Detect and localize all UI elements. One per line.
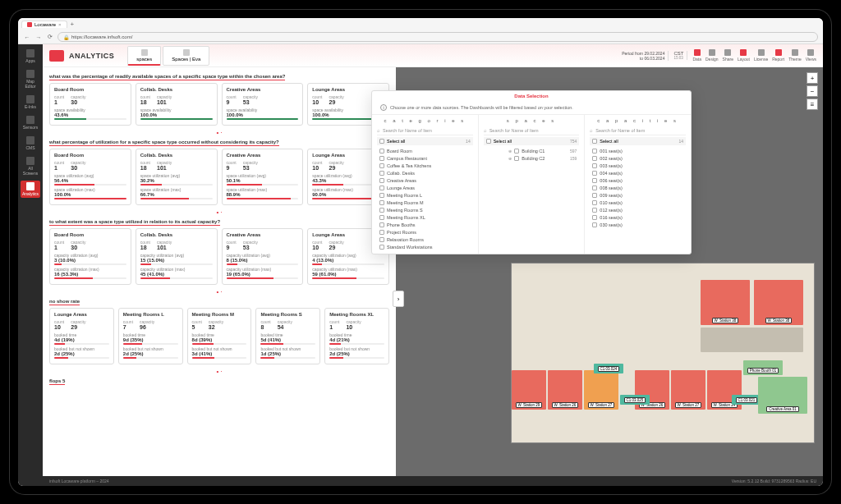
header-action-views[interactable]: Views [806, 49, 816, 62]
list-item[interactable]: 001 seat(s) [590, 147, 686, 154]
metric-card[interactable]: Board Roomcount1capacity30space availabi… [49, 83, 131, 126]
floor-room[interactable]: W. Station 27 [671, 370, 705, 410]
search-input[interactable]: Search for Name of Item [595, 128, 686, 133]
browser-tab[interactable]: Locaware × [21, 21, 67, 28]
floor-room[interactable]: C1.03.025 [620, 395, 650, 405]
checkbox[interactable] [379, 178, 384, 183]
pager-dots[interactable]: • · [49, 368, 389, 375]
tab-close-icon[interactable]: × [58, 22, 62, 27]
list-item[interactable]: 004 seat(s) [590, 169, 686, 176]
checkbox[interactable] [379, 149, 384, 153]
list-item[interactable]: Meeting Rooms M [377, 199, 473, 206]
search-row[interactable]: ⌕Search for Name of Item [484, 126, 580, 135]
checkbox[interactable] [592, 139, 597, 144]
metric-card[interactable]: Creative Areascount9capacity53capacity u… [222, 228, 304, 285]
new-tab-button[interactable]: + [71, 21, 75, 28]
period-display[interactable]: Period from 29.02.2024 to 06.03.2024 [622, 51, 669, 61]
list-item[interactable]: 030 seat(s) [590, 221, 686, 228]
forward-button[interactable]: → [34, 33, 43, 41]
floor-room[interactable]: W. Station 27 [584, 370, 618, 410]
checkbox[interactable] [592, 200, 597, 205]
list-item[interactable]: Project Rooms [377, 228, 473, 236]
header-action-theme[interactable]: Theme [788, 49, 802, 62]
list-item[interactable]: 006 seat(s) [590, 176, 686, 184]
floor-room[interactable]: Creative Area 01 [758, 377, 807, 414]
back-button[interactable]: ← [23, 33, 31, 41]
checkbox[interactable] [592, 215, 597, 220]
pager-dots[interactable]: • · [49, 129, 389, 136]
checkbox[interactable] [592, 193, 597, 198]
search-input[interactable]: Search for Name of Item [383, 128, 473, 133]
header-tab[interactable]: spaces [127, 46, 161, 66]
floor-room[interactable]: W. Station 29 [512, 370, 546, 410]
checkbox[interactable] [379, 245, 384, 250]
header-action-design[interactable]: Design [705, 49, 719, 62]
checkbox[interactable] [592, 178, 597, 183]
metric-card[interactable]: Meeting Rooms Mcount5capacity32booked ti… [187, 308, 252, 364]
checkbox[interactable] [514, 156, 519, 161]
list-item[interactable]: Phone Booths [377, 221, 473, 228]
rail-item-apps[interactable]: Apps [21, 48, 40, 65]
list-item[interactable]: Collab. Desks [377, 169, 473, 176]
checkbox[interactable] [592, 171, 597, 176]
select-all-row[interactable]: Select all14 [377, 137, 473, 145]
metric-card[interactable]: Meeting Rooms XLcount1capacity10booked t… [324, 308, 389, 364]
checkbox[interactable] [592, 163, 597, 168]
header-action-data[interactable]: Data [692, 49, 701, 62]
list-item[interactable]: Relaxation Rooms [377, 236, 473, 243]
checkbox[interactable] [379, 200, 384, 205]
floor-room[interactable]: W. Station 26 [548, 370, 582, 410]
header-action-layout[interactable]: Layout [738, 49, 750, 62]
list-item[interactable]: 016 seat(s) [590, 213, 686, 221]
rail-item-all-screens[interactable]: All Screens [21, 155, 40, 177]
checkbox[interactable] [379, 139, 384, 144]
floor-room[interactable]: C1.03.021 [732, 395, 761, 405]
expand-icon[interactable]: ⊕ [508, 156, 512, 161]
checkbox[interactable] [514, 149, 519, 153]
zoom-in-button[interactable]: + [807, 72, 818, 84]
layers-button[interactable]: ≡ [807, 99, 818, 110]
checkbox[interactable] [379, 193, 384, 198]
search-input[interactable]: Search for Name of Item [489, 128, 580, 133]
list-item[interactable]: Meeting Rooms XL [377, 213, 473, 221]
rail-item-analytics[interactable]: Analytics [21, 181, 40, 198]
search-row[interactable]: ⌕Search for Name of Item [377, 126, 473, 135]
list-item[interactable]: 010 seat(s) [590, 199, 686, 206]
checkbox[interactable] [379, 208, 384, 213]
metric-card[interactable]: Creative Areascount9capacity53space util… [222, 149, 304, 205]
list-item[interactable]: Creative Areas [377, 176, 473, 184]
checkbox[interactable] [486, 139, 491, 144]
list-item[interactable]: 012 seat(s) [590, 206, 686, 213]
rail-item-cms[interactable]: CMS [21, 135, 40, 152]
list-item[interactable]: Meeting Rooms S [377, 206, 473, 213]
metric-card[interactable]: Meeting Rooms Scount8capacity54booked ti… [255, 308, 320, 364]
checkbox[interactable] [379, 171, 384, 176]
metric-card[interactable]: Meeting Rooms Lcount7capacity96booked ti… [118, 308, 183, 364]
metric-card[interactable]: Board Roomcount1capacity30capacity utili… [49, 228, 131, 285]
pager-dots[interactable]: • · [49, 288, 389, 296]
address-bar[interactable]: 🔒 https://locaware.infsoft.com/ [57, 32, 818, 42]
zoom-out-button[interactable]: − [807, 85, 818, 97]
checkbox[interactable] [379, 215, 384, 220]
metric-card[interactable]: Collab. Deskscount18capacity101space ava… [136, 83, 218, 126]
list-item[interactable]: ⊕Building C2159 [484, 154, 580, 162]
checkbox[interactable] [592, 208, 597, 213]
reload-button[interactable]: ⟳ [46, 33, 54, 41]
floor-room[interactable]: W. Station 38 [754, 280, 803, 325]
checkbox[interactable] [592, 156, 597, 161]
checkbox[interactable] [379, 237, 384, 242]
header-action-license[interactable]: License [754, 49, 768, 62]
checkbox[interactable] [379, 230, 384, 235]
checkbox[interactable] [379, 156, 384, 161]
checkbox[interactable] [592, 186, 597, 190]
checkbox[interactable] [592, 222, 597, 227]
list-item[interactable]: Board Room [377, 147, 473, 154]
list-item[interactable]: 002 seat(s) [590, 154, 686, 162]
header-action-share[interactable]: Share [723, 49, 733, 62]
list-item[interactable]: Standard Workstations [377, 243, 473, 250]
checkbox[interactable] [379, 186, 384, 190]
select-all-row[interactable]: Select all754 [484, 137, 580, 145]
metric-card[interactable]: Collab. Deskscount18capacity101space uti… [136, 149, 218, 205]
floor-room[interactable]: W. Station 38 [701, 280, 750, 325]
search-row[interactable]: ⌕Search for Name of Item [590, 126, 686, 135]
